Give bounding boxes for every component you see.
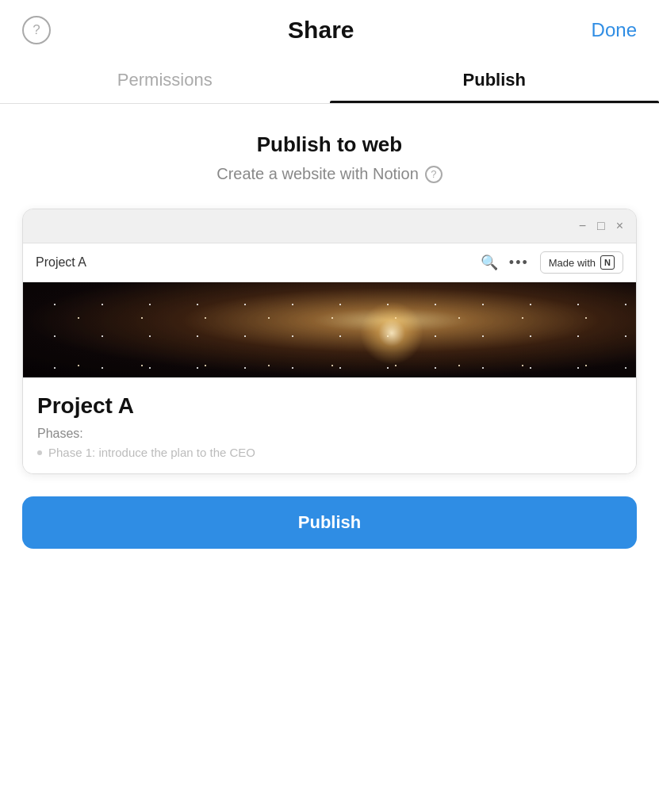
browser-navbar: Project A 🔍 ••• Made with N — [23, 243, 636, 282]
publish-subtitle: Create a website with Notion ? — [216, 165, 443, 183]
help-icon[interactable]: ? — [22, 16, 51, 44]
browser-page-title: Project A — [36, 255, 469, 270]
window-maximize-icon[interactable]: □ — [597, 219, 605, 233]
tab-bar: Permissions Publish — [0, 59, 659, 104]
bullet-icon — [37, 450, 42, 455]
window-minimize-icon[interactable]: − — [579, 219, 586, 233]
browser-content: Project A Phases: Phase 1: introduce the… — [23, 377, 636, 473]
preview-phases-label: Phases: — [37, 427, 622, 441]
made-with-label: Made with — [549, 257, 596, 269]
hero-glow — [360, 301, 423, 365]
phase-item-text: Phase 1: introduce the plan to the CEO — [48, 446, 255, 459]
main-content: Publish to web Create a website with Not… — [0, 104, 659, 568]
search-icon[interactable]: 🔍 — [481, 254, 498, 271]
browser-preview: − □ × Project A 🔍 ••• Made with N Projec… — [22, 209, 637, 474]
browser-titlebar: − □ × — [23, 209, 636, 243]
preview-doc-title: Project A — [37, 393, 622, 419]
more-options-icon[interactable]: ••• — [509, 255, 529, 271]
dialog-title: Share — [288, 17, 354, 44]
notion-logo-icon: N — [600, 255, 615, 270]
hero-image — [23, 282, 636, 377]
window-close-icon[interactable]: × — [616, 219, 623, 233]
preview-phase-item: Phase 1: introduce the plan to the CEO — [37, 446, 622, 459]
done-button[interactable]: Done — [592, 19, 637, 41]
tab-publish[interactable]: Publish — [330, 59, 660, 103]
publish-to-web-title: Publish to web — [257, 132, 402, 157]
header: ? Share Done — [0, 0, 659, 59]
tab-permissions[interactable]: Permissions — [0, 59, 330, 103]
subtitle-help-icon[interactable]: ? — [425, 166, 443, 183]
publish-button[interactable]: Publish — [22, 496, 637, 549]
made-with-badge[interactable]: Made with N — [540, 251, 623, 274]
